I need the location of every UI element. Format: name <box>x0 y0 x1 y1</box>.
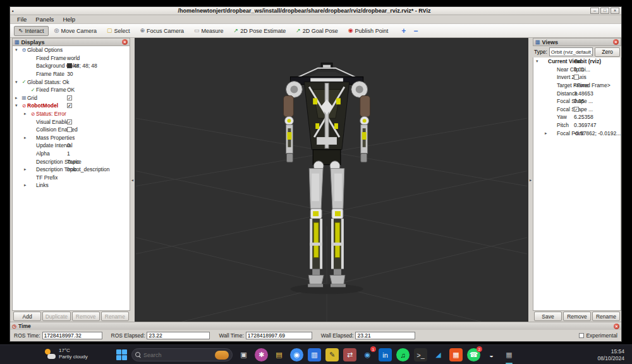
add-tool-button[interactable]: + <box>401 27 406 35</box>
tree-row[interactable]: Pitch 0.369747 <box>533 121 621 130</box>
toolbar-button[interactable]: ↗ 2D Goal Pose <box>291 26 343 36</box>
tree-row[interactable]: ▸ Description Topic /robot_description <box>13 166 130 174</box>
expander-icon[interactable]: ▸ <box>24 135 30 140</box>
panel-button[interactable]: Remove <box>563 312 591 321</box>
search-input[interactable] <box>143 352 198 358</box>
property-value[interactable]: 0 <box>67 142 70 149</box>
time-field-input[interactable] <box>246 332 312 339</box>
left-splitter[interactable]: ◂ <box>130 38 135 322</box>
property-checkbox[interactable]: ✓ <box>67 95 72 100</box>
expander-icon[interactable]: ▸ <box>24 167 30 172</box>
linux-penguin-icon[interactable]: ◒ <box>485 348 498 361</box>
menu-item[interactable]: Help <box>58 16 80 23</box>
edge-profile-icon[interactable]: ◉ 1 <box>361 348 374 361</box>
property-value[interactable]: <Fixed Frame> <box>574 82 611 88</box>
property-value[interactable]: 3.48653 <box>574 90 593 97</box>
tree-row[interactable]: ▸ Focal Point -0.57862; -0.0192... <box>533 129 621 137</box>
toolbar-button[interactable]: ▢ Select <box>102 26 135 36</box>
time-field-input[interactable] <box>147 332 210 339</box>
tree-row[interactable]: Distance 3.48653 <box>533 89 621 97</box>
property-value[interactable]: -0.57862; -0.0192... <box>574 130 621 136</box>
color-swatch[interactable] <box>67 63 72 68</box>
tree-row[interactable]: TF Prefix <box>13 174 130 182</box>
property-value[interactable]: /robot_description <box>67 166 110 173</box>
taskbar-clock[interactable]: 15:54 08/10/2024 <box>597 348 624 361</box>
panel-button[interactable]: Remove <box>72 312 100 321</box>
expander-icon[interactable]: ▾ <box>15 47 21 52</box>
property-checkbox[interactable]: ✓ <box>67 119 72 124</box>
tree-row[interactable]: ▾ ⚙ Global Options <box>13 46 130 54</box>
notes-app-icon[interactable]: ✎ <box>325 348 339 361</box>
tree-row[interactable]: ▸ Links <box>13 181 130 190</box>
time-close-icon[interactable]: × <box>614 324 619 329</box>
expander-icon[interactable]: ▸ <box>24 183 30 188</box>
right-splitter[interactable]: ▸ <box>528 38 533 322</box>
menu-item[interactable]: File <box>13 16 31 23</box>
start-button[interactable] <box>116 349 127 360</box>
tree-row[interactable]: Update Interval 0 <box>13 142 130 150</box>
property-value[interactable]: 30 <box>67 71 73 77</box>
toolbar-button[interactable]: ⇖ Interact <box>14 26 49 36</box>
tree-row[interactable]: Description Source Topic <box>13 157 130 166</box>
tree-row[interactable]: ✓ Fixed Frame OK <box>13 86 130 94</box>
panel-button[interactable]: Rename <box>592 312 620 321</box>
microsoft-store-icon[interactable]: ▥ <box>308 348 321 361</box>
expander-icon[interactable]: ▸ <box>24 111 30 116</box>
tree-row[interactable]: Near Clip Di... 0.01 <box>533 66 621 74</box>
views-panel-header[interactable]: ▥ Views × <box>533 38 621 46</box>
linkedin-icon[interactable]: in <box>379 348 392 361</box>
tree-row[interactable]: ▸ ⊘ Status: Error <box>13 110 130 118</box>
property-value[interactable]: 48; 48; 48 <box>73 63 97 69</box>
displays-close-icon[interactable]: × <box>122 39 128 45</box>
property-value[interactable]: Topic <box>67 159 80 165</box>
tree-row[interactable]: Target Frame <Fixed Frame> <box>533 82 621 90</box>
experimental-checkbox[interactable] <box>579 333 584 338</box>
remove-tool-button[interactable]: − <box>413 27 418 35</box>
close-button[interactable]: × <box>611 8 619 14</box>
maximize-button[interactable]: □ <box>600 8 609 14</box>
property-value[interactable]: Orbit (rviz) <box>574 58 601 64</box>
tree-row[interactable]: Fixed Frame world <box>13 54 130 63</box>
weather-widget[interactable]: 17°C Partly cloudy <box>44 348 88 360</box>
toolbar-button[interactable]: ⊕ Focus Camera <box>135 26 188 36</box>
tree-row[interactable]: Yaw 6.25358 <box>533 113 621 121</box>
share-app-icon[interactable]: ⇄ <box>343 348 356 361</box>
toolbar-button[interactable]: ▭ Measure <box>190 26 228 36</box>
search-highlight-icon[interactable] <box>215 351 229 360</box>
property-value[interactable]: 0.01 <box>574 66 585 73</box>
experimental-toggle[interactable]: Experimental <box>579 332 617 339</box>
zero-button[interactable]: Zero <box>595 47 620 57</box>
whatsapp-icon[interactable]: ☎ 2 <box>467 348 480 361</box>
grid-app-icon[interactable]: ▦ <box>449 348 463 361</box>
spotify-icon[interactable]: ♫ <box>396 348 410 361</box>
minimize-button[interactable]: – <box>590 8 599 14</box>
tree-row[interactable]: Alpha 1 <box>13 150 130 158</box>
panel-button[interactable]: Rename <box>101 312 129 321</box>
property-value[interactable]: OK <box>67 87 75 93</box>
browser-icon[interactable]: ◉ <box>290 348 303 361</box>
expander-icon[interactable]: ▾ <box>15 80 21 85</box>
view-type-dropdown[interactable]: Orbit (rviz_default_ ▼ <box>549 47 593 56</box>
3d-viewport[interactable] <box>135 38 528 322</box>
tree-row[interactable]: Invert Z Axis <box>533 73 621 82</box>
tree-row[interactable]: ▸ Mass Properties <box>13 134 130 142</box>
expander-icon[interactable]: ▾ <box>536 59 542 64</box>
file-explorer-icon[interactable]: ▤ <box>272 348 286 361</box>
task-view-icon[interactable]: ▣ <box>237 348 250 361</box>
time-panel-header[interactable]: ◷ Time × <box>10 322 621 330</box>
tree-row[interactable]: Focal Shape ... 0.05 <box>533 97 621 106</box>
expander-icon[interactable]: ▸ <box>15 95 21 100</box>
tree-row[interactable]: ▾ Current View Orbit (rviz) <box>533 58 621 66</box>
tree-row[interactable]: ▾ ⊘ RobotModel ✓ <box>13 102 130 110</box>
expander-icon[interactable]: ▸ <box>545 131 550 136</box>
panel-button[interactable]: Save <box>534 312 562 321</box>
photos-app-icon[interactable]: ✱ <box>255 348 268 361</box>
property-value[interactable]: 0.05 <box>574 98 585 104</box>
collapse-right-icon[interactable]: ▸ <box>530 178 532 182</box>
property-value[interactable]: 1 <box>67 150 70 157</box>
panel-button[interactable]: Add <box>13 312 41 321</box>
tree-row[interactable]: Visual Enabled ✓ <box>13 118 130 126</box>
tree-row[interactable]: Background Color 48; 48; 48 <box>13 62 130 70</box>
property-checkbox[interactable]: ✓ <box>574 107 579 112</box>
panel-button[interactable]: Duplicate <box>42 312 70 321</box>
